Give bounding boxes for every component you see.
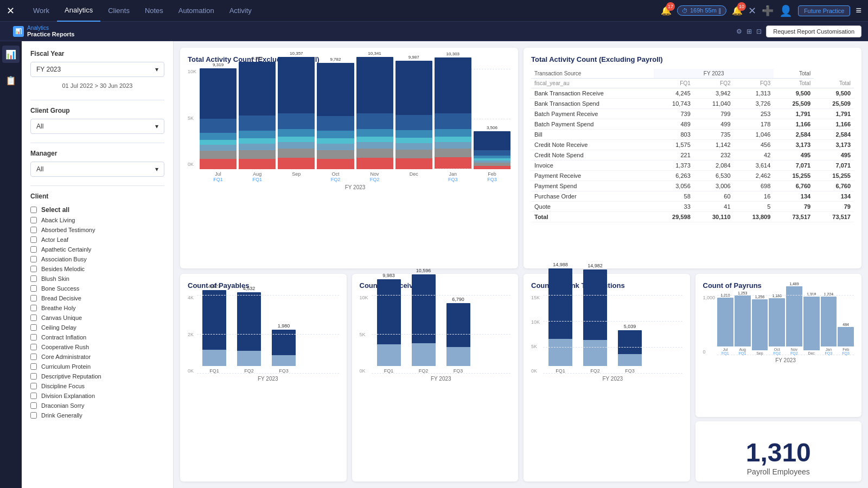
subnav-analytics-tab[interactable]: 📊 Analytics Practice Reports xyxy=(7,22,81,41)
client-item[interactable]: Discipline Focus xyxy=(30,381,164,391)
client-checkbox[interactable] xyxy=(30,354,37,360)
nav-clients[interactable]: Clients xyxy=(100,0,137,22)
client-item[interactable]: Core Administrator xyxy=(30,352,164,362)
nav-notes[interactable]: Notes xyxy=(137,0,171,22)
bar-segment xyxy=(200,119,237,133)
client-item[interactable]: Cooperative Rush xyxy=(30,342,164,352)
payrun-bar-label: FebFQ3 xyxy=(842,348,850,355)
client-item[interactable]: Descriptive Reputation xyxy=(30,371,164,381)
client-checkbox[interactable] xyxy=(30,285,37,292)
cell-fq2: 1,142 xyxy=(694,140,734,150)
cell-source: Bank Transaction Receive xyxy=(531,88,654,99)
client-item[interactable]: Absorbed Testimony xyxy=(30,225,164,235)
client-item[interactable]: Contract Inflation xyxy=(30,332,164,342)
client-group-dropdown[interactable]: All ▾ xyxy=(30,119,164,134)
manager-dropdown[interactable]: All ▾ xyxy=(30,162,164,177)
notification-icon-2[interactable]: 🔔 10 xyxy=(732,5,743,16)
client-checkbox[interactable] xyxy=(30,412,37,419)
cell-fq2: 30,110 xyxy=(694,212,734,222)
bar-dark-segment xyxy=(412,274,436,343)
filter-icon[interactable]: ⊞ xyxy=(746,28,752,35)
payrun-bar-value: 1,256 xyxy=(755,295,765,299)
client-item[interactable]: Canvas Unique xyxy=(30,313,164,323)
col-header-fy: FY 2023 xyxy=(654,69,774,79)
fiscal-year-dropdown[interactable]: FY 2023 ▾ xyxy=(30,62,164,77)
payrun-bar-label: JanFQ3 xyxy=(825,348,833,355)
client-item[interactable]: Breathe Holy xyxy=(30,303,164,313)
client-item[interactable]: Apathetic Certainly xyxy=(30,245,164,254)
client-checkbox[interactable] xyxy=(30,314,37,321)
client-name: Draconian Sorry xyxy=(41,402,84,409)
sidebar-icon-chart[interactable]: 📊 xyxy=(2,46,20,63)
client-checkbox[interactable] xyxy=(30,275,37,282)
add-icon[interactable]: ➕ xyxy=(762,5,774,17)
client-checkbox[interactable] xyxy=(30,363,37,370)
client-item[interactable]: Ceiling Delay xyxy=(30,323,164,332)
client-item[interactable]: Draconian Sorry xyxy=(30,401,164,410)
client-checkbox[interactable] xyxy=(30,402,37,409)
client-checkbox[interactable] xyxy=(30,256,37,262)
stacked-bar xyxy=(202,290,226,366)
notification-bell[interactable]: 🔔 17 xyxy=(661,5,672,16)
request-customisation-button[interactable]: Request Report Customisation xyxy=(766,25,861,37)
client-checkbox[interactable] xyxy=(30,236,37,243)
bar-segment xyxy=(395,115,432,130)
client-name: Actor Leaf xyxy=(41,236,68,243)
cell-grand-total: 15,255 xyxy=(814,171,854,181)
client-item[interactable]: Besides Melodic xyxy=(30,264,164,274)
activity-table: Transaction Source FY 2023 Total fiscal_… xyxy=(531,69,854,222)
close-icon[interactable]: ✕ xyxy=(748,5,756,17)
logo-icon[interactable]: ✕ xyxy=(7,5,15,17)
client-item[interactable]: Bone Success xyxy=(30,284,164,293)
bar-label: Sep xyxy=(278,171,315,182)
client-checkbox[interactable] xyxy=(30,373,37,380)
sidebar-icon-table[interactable]: 📋 xyxy=(2,72,20,89)
client-item[interactable]: Blush Skin xyxy=(30,274,164,284)
client-item[interactable]: Aback Living xyxy=(30,215,164,225)
bar-segment xyxy=(435,57,471,113)
client-item[interactable]: Select all xyxy=(30,204,164,215)
client-item[interactable]: Association Busy xyxy=(30,254,164,264)
client-item[interactable]: Curriculum Protein xyxy=(30,362,164,371)
practice-dropdown[interactable]: Future Practice xyxy=(798,5,851,16)
timer-badge[interactable]: ⏱169h 55m ‖ xyxy=(677,5,726,16)
client-checkbox[interactable] xyxy=(30,334,37,341)
bar-value: 14,988 xyxy=(553,262,568,267)
bar-segment xyxy=(278,149,315,158)
client-item[interactable]: Division Explanation xyxy=(30,391,164,401)
client-checkbox[interactable] xyxy=(30,246,37,253)
client-checkbox[interactable] xyxy=(30,383,37,389)
bar-group: 9,782 xyxy=(317,57,354,169)
payrun-bar-label: JulFQ1 xyxy=(722,348,729,355)
payrun-bar xyxy=(838,327,854,346)
client-checkbox[interactable] xyxy=(30,227,37,233)
client-checkbox[interactable] xyxy=(30,217,37,223)
client-checkbox[interactable] xyxy=(30,207,37,213)
col-subheader-fq3: FQ3 xyxy=(734,79,774,88)
bar-label: OctFQ2 xyxy=(317,171,354,182)
client-item[interactable]: Drink Generally xyxy=(30,410,164,420)
hamburger-menu[interactable]: ≡ xyxy=(856,5,861,16)
grid-icon[interactable]: ⊡ xyxy=(756,28,762,35)
client-checkbox[interactable] xyxy=(30,295,37,301)
bar-dark-segment xyxy=(237,292,261,351)
nav-activity[interactable]: Activity xyxy=(222,0,259,22)
bar-segment xyxy=(435,113,471,129)
nav-work[interactable]: Work xyxy=(25,0,57,22)
client-checkbox[interactable] xyxy=(30,266,37,272)
client-checkbox[interactable] xyxy=(30,344,37,350)
nav-analytics[interactable]: Analytics xyxy=(57,0,100,22)
bar-value: 9,319 xyxy=(213,62,224,67)
cell-grand-total: 1,166 xyxy=(814,119,854,130)
settings-icon[interactable]: ⚙ xyxy=(736,28,742,35)
bar-segment xyxy=(278,113,315,129)
client-checkbox[interactable] xyxy=(30,324,37,331)
bar-value: 10,596 xyxy=(416,268,431,273)
avatar[interactable]: 👤 xyxy=(779,4,793,17)
client-item[interactable]: Actor Leaf xyxy=(30,235,164,245)
client-checkbox[interactable] xyxy=(30,393,37,399)
col-subheader-fq2: FQ2 xyxy=(694,79,734,88)
client-checkbox[interactable] xyxy=(30,305,37,311)
client-item[interactable]: Bread Decisive xyxy=(30,293,164,303)
nav-automation[interactable]: Automation xyxy=(171,0,222,22)
